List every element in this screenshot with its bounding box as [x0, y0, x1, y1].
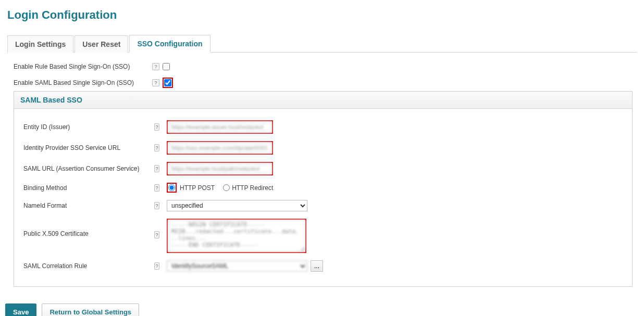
- binding-post-highlight: [167, 183, 177, 193]
- footer-buttons: Save Return to Global Settings: [5, 304, 637, 316]
- cert-help-icon[interactable]: ?: [154, 231, 159, 238]
- tab-content: Enable Rule Based Single Sign-On (SSO) ?…: [7, 53, 637, 292]
- binding-help-icon[interactable]: ?: [154, 184, 159, 192]
- tabs-container: Login Settings User Reset SSO Configurat…: [7, 34, 637, 53]
- tab-user-reset[interactable]: User Reset: [75, 35, 128, 53]
- cert-label: Public X.509 Certificate: [23, 219, 151, 237]
- binding-redirect-radio[interactable]: [223, 184, 230, 191]
- saml-url-help-icon[interactable]: ?: [154, 165, 159, 172]
- saml-based-help-icon[interactable]: ?: [152, 79, 159, 86]
- idp-url-highlight: [167, 141, 273, 155]
- idp-url-label: Identity Provider SSO Service URL: [23, 144, 151, 151]
- page-title: Login Configuration: [7, 8, 637, 22]
- rule-based-checkbox[interactable]: [163, 63, 170, 70]
- binding-redirect-label: HTTP Redirect: [232, 184, 273, 192]
- nameid-row: NameId Format ? unspecified: [23, 200, 623, 211]
- cert-highlight: [167, 219, 306, 253]
- cert-textarea[interactable]: [168, 220, 305, 252]
- idp-url-help-icon[interactable]: ?: [154, 144, 159, 151]
- saml-url-row: SAML URL (Assertion Consumer Service) ?: [23, 162, 623, 175]
- cert-row: Public X.509 Certificate ?: [23, 219, 623, 253]
- tab-sso-configuration[interactable]: SSO Configuration: [129, 35, 210, 53]
- entity-id-input[interactable]: [168, 121, 272, 133]
- correlation-label: SAML Correlation Rule: [23, 262, 151, 270]
- nameid-help-icon[interactable]: ?: [154, 202, 159, 209]
- saml-url-label: SAML URL (Assertion Consumer Service): [23, 165, 151, 172]
- rule-based-label: Enable Rule Based Single Sign-On (SSO): [14, 63, 149, 70]
- nameid-label: NameId Format: [23, 202, 151, 209]
- nameid-select[interactable]: unspecified: [167, 200, 307, 211]
- entity-id-highlight: [167, 120, 273, 134]
- rule-based-help-icon[interactable]: ?: [152, 63, 159, 70]
- idp-url-row: Identity Provider SSO Service URL ?: [23, 141, 623, 155]
- idp-url-input[interactable]: [168, 142, 272, 154]
- saml-panel: SAML Based SSO Entity ID (Issuer) ? Iden…: [14, 91, 633, 287]
- rule-based-sso-row: Enable Rule Based Single Sign-On (SSO) ?: [14, 63, 633, 70]
- binding-post-radio[interactable]: [168, 184, 175, 191]
- binding-radio-group: HTTP POST HTTP Redirect: [167, 183, 279, 193]
- correlation-row: SAML Correlation Rule ? IdentifySourceSA…: [23, 260, 623, 272]
- saml-url-highlight: [167, 162, 273, 175]
- correlation-help-icon[interactable]: ?: [154, 262, 159, 270]
- saml-based-checkbox-highlight: [163, 78, 173, 88]
- binding-label: Binding Method: [23, 184, 151, 192]
- entity-id-label: Entity ID (Issuer): [23, 123, 151, 131]
- saml-panel-header: SAML Based SSO: [14, 92, 632, 109]
- saml-url-input[interactable]: [168, 163, 272, 174]
- correlation-select[interactable]: IdentifySourceSAML: [167, 260, 307, 272]
- saml-panel-body: Entity ID (Issuer) ? Identity Provider S…: [14, 109, 632, 286]
- binding-row: Binding Method ? HTTP POST HTTP Redirect: [23, 183, 623, 193]
- binding-post-label: HTTP POST: [180, 184, 215, 192]
- saml-based-sso-row: Enable SAML Based Single Sign-On (SSO) ?: [14, 78, 633, 88]
- correlation-browse-button[interactable]: ...: [311, 260, 323, 272]
- save-button[interactable]: Save: [5, 304, 36, 316]
- return-button[interactable]: Return to Global Settings: [42, 304, 139, 316]
- saml-based-checkbox[interactable]: [164, 79, 171, 86]
- tab-login-settings[interactable]: Login Settings: [7, 35, 73, 53]
- saml-based-label: Enable SAML Based Single Sign-On (SSO): [14, 79, 149, 86]
- entity-id-help-icon[interactable]: ?: [154, 123, 159, 131]
- entity-id-row: Entity ID (Issuer) ?: [23, 120, 623, 134]
